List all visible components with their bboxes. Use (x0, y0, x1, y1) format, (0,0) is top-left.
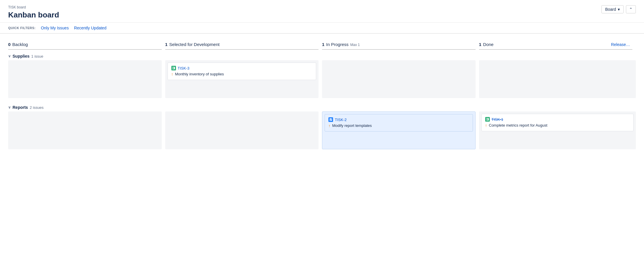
done-name: Done (483, 42, 494, 47)
story-icon (171, 66, 176, 70)
in-progress-meta: Max 1 (350, 43, 360, 47)
backlog-count: 0 (8, 42, 10, 47)
supplies-done-cell (479, 60, 636, 98)
board-label: Board (605, 7, 616, 12)
reports-done-cell: TISK-1 ↑ Complete metrics report for Aug… (479, 111, 636, 149)
selected-name: Selected for Development (169, 42, 220, 47)
reports-count: 2 issues (30, 105, 44, 110)
supplies-count: 1 issue (31, 54, 43, 58)
card-title-tisk-1: Complete metrics report for August (489, 123, 548, 128)
swimlane-supplies-row: TISK-3 ↑ Monthly inventory of supplies (8, 60, 636, 101)
dropdown-arrow-icon: ▾ (618, 7, 620, 12)
supplies-in-progress-cell (322, 60, 476, 98)
card-id-tisk-1[interactable]: TISK-1 (492, 117, 503, 122)
card-title-tisk-2: Modify report templates (332, 123, 372, 128)
collapse-icon: ⌃ (629, 7, 633, 12)
card-title-tisk-3: Monthly inventory of supplies (175, 72, 224, 77)
filters-label: QUICK FILTERS: (8, 26, 36, 30)
column-header-backlog: 0 Backlog (8, 40, 162, 50)
column-header-done: 1 Done Release… (479, 40, 633, 50)
reports-chevron-icon[interactable]: ∨ (8, 105, 11, 109)
release-link[interactable]: Release… (611, 42, 630, 47)
supplies-chevron-icon[interactable]: ∨ (8, 54, 11, 58)
reports-backlog-cell (8, 111, 162, 149)
columns-wrapper: 0 Backlog 1 Selected for Development 1 I… (8, 40, 636, 152)
page-header: TISK board Kanban board Board ▾ ⌃ (0, 0, 644, 23)
task-icon (328, 117, 333, 122)
in-progress-name: In Progress (326, 42, 349, 47)
priority-icon: ↑ (171, 72, 173, 77)
supplies-name: Supplies (13, 54, 29, 58)
story-icon (485, 117, 490, 122)
swimlane-reports-header: ∨ Reports 2 issues (8, 101, 636, 111)
reports-selected-cell (165, 111, 319, 149)
swimlane-supplies-header: ∨ Supplies 1 issue (8, 50, 636, 60)
card-id-tisk-3[interactable]: TISK-3 (178, 66, 189, 70)
supplies-backlog-cell (8, 60, 162, 98)
filter-only-my-issues[interactable]: Only My Issues (41, 26, 69, 30)
card-tisk-1[interactable]: TISK-1 ↑ Complete metrics report for Aug… (481, 114, 634, 131)
column-header-in-progress: 1 In Progress Max 1 (322, 40, 476, 50)
reports-name: Reports (13, 105, 28, 110)
svg-rect-1 (173, 67, 174, 69)
filters-bar: QUICK FILTERS: Only My Issues Recently U… (0, 23, 644, 34)
card-tisk-2[interactable]: TISK-2 ↑ Modify report templates (325, 114, 473, 132)
in-progress-count: 1 (322, 42, 324, 47)
card-tisk-3[interactable]: TISK-3 ↑ Monthly inventory of supplies (168, 63, 316, 80)
collapse-button[interactable]: ⌃ (626, 5, 636, 13)
header-controls: Board ▾ ⌃ (601, 5, 636, 13)
priority-icon: ↑ (485, 123, 487, 128)
priority-icon: ↑ (328, 123, 330, 128)
selected-count: 1 (165, 42, 168, 47)
backlog-name: Backlog (12, 42, 28, 47)
reports-in-progress-cell: TISK-2 ↑ Modify report templates (322, 111, 476, 149)
filter-recently-updated[interactable]: Recently Updated (74, 26, 106, 30)
board-view-button[interactable]: Board ▾ (601, 5, 624, 13)
breadcrumb: TISK board (8, 5, 636, 9)
swimlane-reports-row: TISK-2 ↑ Modify report templates TISK-1 (8, 111, 636, 152)
column-header-selected: 1 Selected for Development (165, 40, 319, 50)
card-id-tisk-2[interactable]: TISK-2 (335, 118, 346, 122)
page-title: Kanban board (8, 10, 636, 19)
supplies-selected-cell: TISK-3 ↑ Monthly inventory of supplies (165, 60, 319, 98)
svg-rect-4 (487, 118, 488, 120)
done-count: 1 (479, 42, 481, 47)
board-container: 0 Backlog 1 Selected for Development 1 I… (0, 34, 644, 158)
